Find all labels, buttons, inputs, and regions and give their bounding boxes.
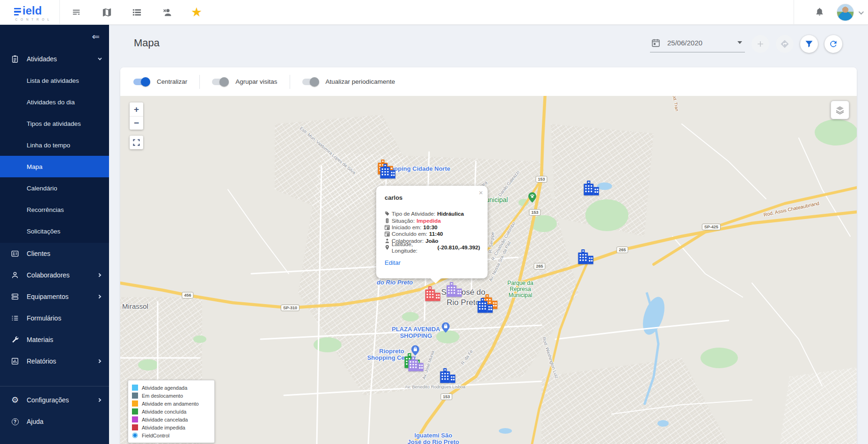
sidebar-item-tipos-de-atividades[interactable]: Tipos de atividades [0, 113, 109, 134]
map-legend: Atividade agendada Em deslocamento Ativi… [128, 380, 215, 443]
close-icon[interactable]: × [479, 189, 483, 197]
activity-marker-blue[interactable] [438, 366, 457, 384]
sidebar-item-clientes[interactable]: Clientes [0, 243, 109, 264]
activity-info-popup: × carlos Tipo de Atividade:Hidráulica Si… [376, 186, 488, 278]
activity-marker-blue[interactable] [475, 296, 494, 313]
page-title: Mapa [134, 37, 160, 49]
navbar-divider [794, 0, 794, 25]
notes-icon[interactable] [67, 3, 87, 22]
clipboard-icon [10, 54, 20, 64]
sidebar-item-colaboradores[interactable]: Colaboradores [0, 264, 109, 286]
sidebar-item-recorrencias[interactable]: Recorrências [0, 199, 109, 220]
activity-marker-blue[interactable] [576, 247, 595, 265]
popup-row: Tipo de Atividade:Hidráulica [385, 211, 480, 217]
atualizar-periodicamente-toggle[interactable] [302, 79, 319, 85]
star-icon[interactable]: ★ [187, 3, 206, 22]
person-remove-icon[interactable] [157, 3, 176, 22]
page-header: Mapa 25/06/2020 [109, 25, 868, 67]
poi-label-iguatemi: Iguatemi São José do Rio Preto [396, 432, 471, 444]
sidebar-item-calendario[interactable]: Calendário [0, 177, 109, 199]
tag-icon [385, 211, 390, 217]
sidebar-collapse-icon[interactable]: ⇐ [92, 32, 100, 41]
town-label-mirassol: Mirassol [120, 302, 159, 310]
centralizar-toggle[interactable] [133, 79, 150, 85]
activity-marker-purple[interactable] [406, 355, 425, 372]
sidebar-item-equipamentos[interactable]: Equipamentos [0, 286, 109, 307]
legend-item: Em deslocamento [132, 392, 211, 400]
chevron-right-icon [97, 359, 101, 363]
sidebar: ⇐ Atividades Lista de atividades Ativida… [0, 25, 109, 444]
route-badge: SP-425 [702, 224, 721, 230]
help-icon: ? [10, 417, 20, 426]
toggle-divider [199, 75, 200, 89]
sidebar-group-label: Atividades [27, 55, 98, 63]
street-label: Av. Benedito Rodrigues Lisboa [405, 384, 466, 389]
legend-swatch-agendada [132, 385, 138, 391]
app-logo[interactable]: ield C O N T R O L [14, 4, 51, 21]
sidebar-item-lista-de-atividades[interactable]: Lista de atividades [0, 70, 109, 91]
dropdown-caret-icon [737, 41, 742, 44]
top-navbar: ield C O N T R O L ★ [0, 0, 868, 25]
legend-item: FieldControl [132, 431, 211, 439]
activity-marker-blue[interactable] [582, 179, 600, 196]
sidebar-item-ajuda[interactable]: ? Ajuda [0, 411, 109, 432]
chevron-down-icon [98, 56, 102, 60]
zoom-out-button[interactable]: − [130, 116, 143, 130]
chevron-right-icon [97, 273, 101, 277]
date-picker[interactable]: 25/06/2020 [650, 36, 745, 52]
sidebar-item-relatorios[interactable]: Relatórios [0, 350, 109, 372]
legend-swatch-fieldcontrol [132, 432, 138, 438]
route-badge: SP-310 [281, 305, 299, 311]
sidebar-item-configuracoes[interactable]: ⚙ Configurações [0, 389, 109, 411]
refresh-button[interactable] [824, 35, 842, 53]
legend-item: Atividade em andamento [132, 400, 211, 408]
map-card: Centralizar Agrupar visitas Atualizar pe… [120, 67, 857, 444]
sidebar-item-linha-do-tempo[interactable]: Linha do tempo [0, 134, 109, 156]
fullscreen-button[interactable] [130, 136, 143, 149]
chevron-down-icon [859, 9, 864, 14]
calendar-icon [651, 38, 661, 48]
zoom-in-button[interactable]: + [130, 102, 143, 116]
sidebar-item-solicitacoes[interactable]: Solicitações [0, 220, 109, 242]
legend-item: Atividade cancelada [132, 415, 211, 423]
map-canvas[interactable]: Estr. Mun. Valdomira Lopes da Silva R. J… [120, 96, 857, 444]
map-icon[interactable] [97, 3, 117, 22]
agrupar-visitas-toggle[interactable] [212, 79, 229, 85]
popup-row: Situação:Impedida [385, 217, 480, 224]
sidebar-item-mapa[interactable]: Mapa [0, 156, 109, 177]
popup-row: Latitude, Longitude:(-20.810,-49.392) [385, 244, 480, 251]
activity-marker-purple[interactable] [445, 280, 463, 298]
logo-text: ield [22, 4, 42, 17]
form-list-icon [10, 313, 20, 323]
map-background [120, 96, 857, 444]
toggle-divider [290, 75, 290, 89]
filter-button[interactable] [800, 35, 818, 53]
navbar-divider [59, 0, 60, 25]
paw-pin-icon [528, 192, 536, 203]
legend-item: Atividade impedida [132, 423, 211, 431]
user-avatar[interactable] [837, 4, 854, 21]
activity-marker-blue[interactable] [378, 162, 397, 179]
sidebar-item-materiais[interactable]: Materiais [0, 329, 109, 350]
zoom-controls: + − [130, 102, 143, 130]
person-icon [10, 270, 20, 280]
equipment-icon [10, 292, 20, 301]
sidebar-item-atividades-do-dia[interactable]: Atividades do dia [0, 91, 109, 113]
sidebar-group-atividades[interactable]: Atividades [0, 48, 109, 70]
list-icon[interactable] [127, 3, 146, 22]
directions-button[interactable] [776, 35, 794, 53]
user-menu[interactable] [837, 4, 862, 21]
popup-title: carlos [385, 194, 480, 201]
person-icon [385, 238, 390, 244]
layers-button[interactable] [831, 101, 849, 119]
logo-f-icon [14, 6, 21, 16]
notifications-bell-icon[interactable] [812, 4, 827, 21]
shopping-pin-icon [442, 322, 450, 333]
activity-marker-red[interactable] [423, 284, 442, 302]
date-value: 25/06/2020 [667, 39, 719, 47]
add-button[interactable] [751, 35, 769, 53]
route-badge: 265 [533, 263, 545, 269]
sidebar-item-formularios[interactable]: Formulários [0, 307, 109, 329]
edit-link[interactable]: Editar [385, 259, 480, 266]
gear-icon: ⚙ [10, 395, 20, 405]
